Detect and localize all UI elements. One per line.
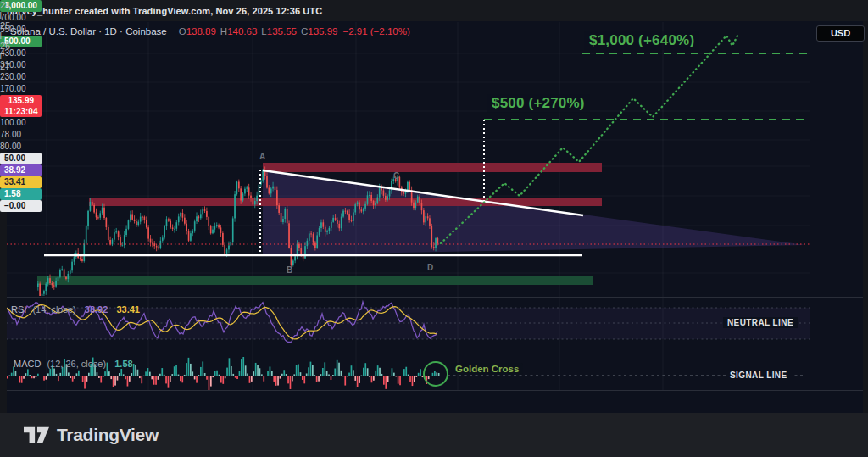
- ohlc-value: 140.63: [227, 26, 257, 36]
- currency-toggle-button[interactable]: USD: [816, 25, 865, 42]
- tradingview-snapshot: harvey_hunter created with TradingView.c…: [0, 0, 868, 457]
- ohlc-value: 135.55: [267, 26, 297, 36]
- tradingview-logo-text: TradingView: [57, 425, 159, 445]
- ohlc-value: 135.99: [308, 26, 337, 36]
- symbol-legend[interactable]: Solana / U.S. Dollar · 1D · CoinbaseO138…: [10, 26, 410, 36]
- attribution-bar: harvey_hunter created with TradingView.c…: [0, 0, 868, 21]
- ohlc-key: O: [179, 26, 186, 36]
- chart-canvas[interactable]: [0, 21, 868, 413]
- footer: TradingView: [0, 413, 868, 457]
- ohlc-values: O138.89H140.63L135.55C135.99: [175, 26, 338, 36]
- change-value: −2.91 (−2.10%): [342, 26, 409, 36]
- symbol-title[interactable]: Solana / U.S. Dollar · 1D · Coinbase: [10, 26, 167, 36]
- attribution-text: harvey_hunter created with TradingView.c…: [0, 6, 322, 16]
- tradingview-logo[interactable]: TradingView: [24, 425, 159, 445]
- ohlc-key: H: [220, 26, 227, 36]
- tradingview-logo-icon: [24, 426, 49, 444]
- ohlc-value: 138.89: [186, 26, 216, 36]
